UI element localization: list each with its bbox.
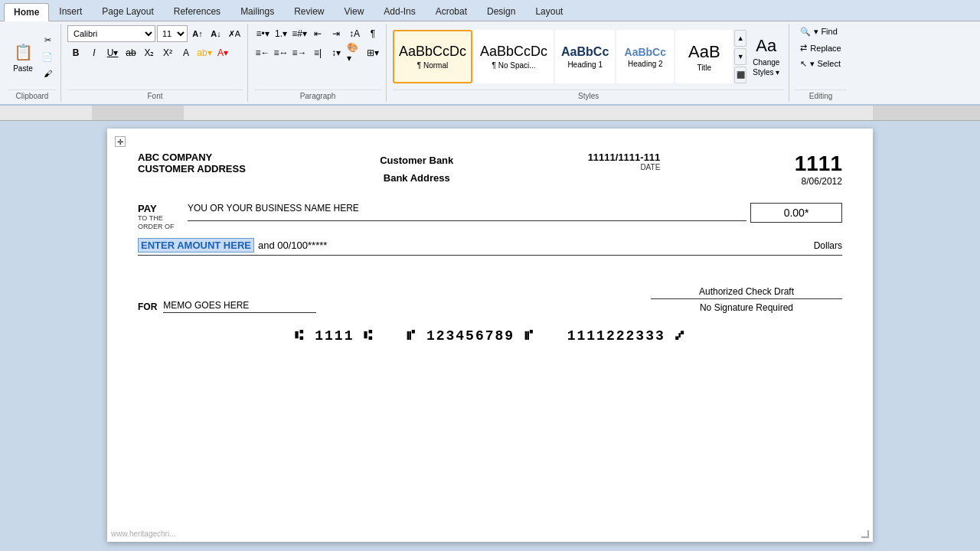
underline-button[interactable]: U▾ — [104, 44, 121, 61]
copy-button[interactable]: 📄 — [39, 49, 56, 64]
cut-button[interactable]: ✂ — [39, 32, 56, 47]
font-family-select[interactable]: Calibri — [67, 25, 155, 42]
style-title-button[interactable]: AaB Title — [675, 30, 733, 83]
line-spacing-button[interactable]: ↕▾ — [328, 44, 345, 61]
decrease-font-button[interactable]: A↓ — [207, 26, 224, 41]
style-heading1-button[interactable]: AaBbCc Heading 1 — [555, 30, 615, 83]
tab-review[interactable]: Review — [284, 2, 334, 21]
select-icon: ↖ — [800, 59, 807, 69]
subscript-button[interactable]: X₂ — [141, 44, 158, 61]
paragraph-group: ≡•▾ 1.▾ ≡#▾ ⇤ ⇥ ↕A ¶ ≡← ≡↔ ≡→ ≡| ↕▾ 🎨▾ ⊞… — [250, 24, 387, 102]
text-effects-button[interactable]: A — [178, 44, 194, 61]
styles-scroll-up-button[interactable]: ▲ — [734, 30, 746, 47]
shading-button[interactable]: 🎨▾ — [346, 44, 363, 61]
strikethrough-button[interactable]: ab — [122, 44, 139, 61]
change-styles-label: ChangeStyles ▾ — [753, 57, 779, 77]
routing-number-display: 11111/1111-111 — [588, 152, 661, 163]
tab-insert[interactable]: Insert — [49, 2, 92, 21]
styles-group: AaBbCcDc ¶ Normal AaBbCcDc ¶ No Spaci...… — [388, 24, 789, 102]
align-center-button[interactable]: ≡↔ — [273, 44, 289, 61]
format-painter-button[interactable]: 🖌 — [39, 66, 56, 81]
tab-home[interactable]: Home — [4, 3, 49, 21]
bullets-button[interactable]: ≡•▾ — [254, 25, 271, 42]
multilevel-button[interactable]: ≡#▾ — [291, 25, 308, 42]
select-button[interactable]: ↖ ▾ Select — [795, 57, 845, 70]
font-group: Calibri 11 A↑ A↓ ✗A B I U▾ ab X₂ X² A ab… — [63, 24, 248, 102]
text-highlight-button[interactable]: ab▾ — [196, 44, 213, 61]
amount-box: 0.00* — [750, 203, 842, 223]
justify-button[interactable]: ≡| — [309, 44, 326, 61]
ruler-content — [0, 106, 980, 120]
numbering-button[interactable]: 1.▾ — [273, 25, 289, 42]
find-button[interactable]: 🔍 ▾ Find — [795, 25, 841, 38]
tab-layout[interactable]: Layout — [525, 2, 573, 21]
styles-expand-button[interactable]: ⬛ — [734, 67, 746, 83]
clipboard-content: 📋 Paste ✂ 📄 🖌 — [8, 25, 56, 88]
bold-button[interactable]: B — [67, 44, 84, 61]
paste-button[interactable]: 📋 Paste — [8, 39, 38, 75]
increase-indent-button[interactable]: ⇥ — [328, 25, 345, 42]
align-right-button[interactable]: ≡→ — [291, 44, 308, 61]
micr-account: 1111222333 ⑇ — [567, 328, 685, 344]
company-address: CUSTOMER ADDRESS — [138, 163, 246, 174]
amount-highlighted: ENTER AMOUNT HERE — [138, 238, 254, 253]
styles-scroll-down-button[interactable]: ▼ — [734, 48, 746, 65]
authorized-line1: Authorized Check Draft — [651, 286, 842, 297]
style-h2-label: Heading 2 — [628, 60, 663, 68]
editing-content: 🔍 ▾ Find ⇄ Replace ↖ ▾ Select — [795, 25, 845, 88]
font-size-select[interactable]: 11 — [157, 25, 188, 42]
style-h1-label: Heading 1 — [567, 60, 603, 69]
micr-line: ⑆ 1111 ⑆ ⑈ 123456789 ⑈ 1111222333 ⑇ — [138, 328, 842, 344]
tab-page-layout[interactable]: Page Layout — [92, 2, 163, 21]
styles-content: AaBbCcDc ¶ Normal AaBbCcDc ¶ No Spaci...… — [393, 25, 784, 88]
clipboard-group: 📋 Paste ✂ 📄 🖌 Clipboard — [4, 24, 61, 102]
bank-address: Bank Address — [380, 169, 453, 187]
for-label: FOR — [138, 302, 157, 312]
replace-label: Replace — [810, 44, 841, 53]
sort-button[interactable]: ↕A — [346, 25, 363, 42]
style-h2-preview: AaBbCc — [625, 46, 666, 58]
paste-label: Paste — [13, 64, 33, 73]
company-info: ABC COMPANY CUSTOMER ADDRESS — [138, 152, 246, 174]
decrease-indent-button[interactable]: ⇤ — [309, 25, 326, 42]
font-content: Calibri 11 A↑ A↓ ✗A B I U▾ ab X₂ X² A ab… — [67, 25, 243, 88]
svg-rect-1 — [184, 106, 873, 121]
style-h1-preview: AaBbCc — [561, 45, 609, 59]
style-nospace-label: ¶ No Spaci... — [492, 61, 536, 70]
clear-format-button[interactable]: ✗A — [226, 26, 243, 41]
for-section: FOR MEMO GOES HERE — [138, 300, 316, 313]
italic-button[interactable]: I — [86, 44, 103, 61]
style-heading2-button[interactable]: AaBbCc Heading 2 — [616, 30, 674, 83]
style-nospace-button[interactable]: AaBbCcDc ¶ No Spaci... — [474, 30, 554, 83]
pay-label: PAY — [138, 203, 184, 214]
resize-handle[interactable] — [861, 530, 869, 538]
increase-font-button[interactable]: A↑ — [189, 26, 206, 41]
borders-button[interactable]: ⊞▾ — [364, 44, 381, 61]
check-date-value: 8/06/2012 — [795, 176, 842, 187]
align-left-button[interactable]: ≡← — [254, 44, 271, 61]
editing-group: 🔍 ▾ Find ⇄ Replace ↖ ▾ Select Editing — [791, 24, 850, 102]
font-color-button[interactable]: A▾ — [214, 44, 231, 61]
show-paragraph-button[interactable]: ¶ — [364, 25, 381, 42]
styles-arrows: ▲ ▼ ⬛ — [734, 30, 746, 83]
style-normal-button[interactable]: AaBbCcDc ¶ Normal — [393, 30, 472, 83]
check-header: ABC COMPANY CUSTOMER ADDRESS Customer Ba… — [138, 152, 842, 187]
tab-mailings[interactable]: Mailings — [230, 2, 284, 21]
check-page: ✛ ABC COMPANY CUSTOMER ADDRESS Customer … — [107, 129, 873, 542]
bank-info: Customer Bank Bank Address — [380, 152, 453, 187]
tab-references[interactable]: References — [164, 2, 230, 21]
editing-label: Editing — [795, 90, 845, 100]
bank-name: Customer Bank — [380, 152, 453, 169]
superscript-button[interactable]: X² — [159, 44, 176, 61]
tab-design[interactable]: Design — [477, 2, 525, 21]
font-top-row: Calibri 11 A↑ A↓ ✗A — [67, 25, 243, 42]
tab-acrobat[interactable]: Acrobat — [426, 2, 477, 21]
tab-add-ins[interactable]: Add-Ins — [374, 2, 425, 21]
change-styles-button[interactable]: Aa ChangeStyles ▾ — [748, 33, 784, 80]
table-move-handle[interactable]: ✛ — [115, 136, 126, 147]
replace-button[interactable]: ⇄ Replace — [795, 41, 845, 54]
to-the-order-label: TO THEORDER OF — [138, 214, 184, 232]
memo-signature-section: FOR MEMO GOES HERE Authorized Check Draf… — [138, 286, 842, 313]
check-number: 1111 — [795, 152, 842, 176]
tab-view[interactable]: View — [335, 2, 374, 21]
